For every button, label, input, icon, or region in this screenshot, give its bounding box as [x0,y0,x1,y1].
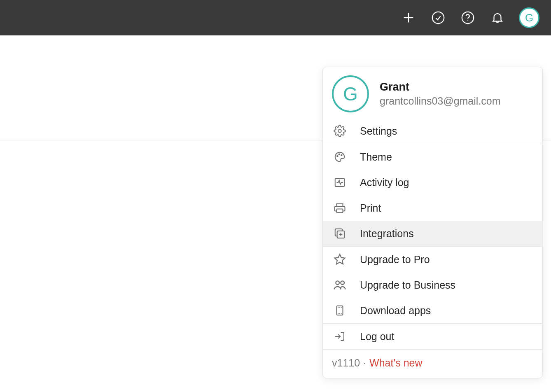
integrations-icon [333,226,347,240]
svg-point-7 [339,154,340,155]
bell-icon [490,11,504,25]
menu-item-theme[interactable]: Theme [323,144,542,170]
account-avatar-button[interactable]: G [519,7,539,28]
menu-label: Log out [360,331,394,343]
activity-icon [333,175,347,189]
menu-label: Upgrade to Business [360,279,455,291]
content-area: G Grant grantcollins03@gmail.com Setting… [0,35,551,392]
svg-marker-14 [335,254,345,264]
menu-item-upgrade-pro[interactable]: Upgrade to Pro [323,247,542,272]
menu-item-logout[interactable]: Log out [323,324,542,349]
device-icon [333,303,347,317]
menu-label: Settings [360,125,397,137]
add-task-button[interactable] [400,9,417,26]
menu-item-download-apps[interactable]: Download apps [323,298,542,323]
plus-icon [402,11,416,25]
avatar-initial: G [525,12,533,24]
star-icon [333,252,347,266]
whats-new-link[interactable]: What's new [369,357,422,369]
palette-icon [333,150,347,164]
menu-label: Integrations [360,228,414,240]
menu-label: Theme [360,151,392,163]
version-text: v1110 [332,357,360,369]
account-dropdown: G Grant grantcollins03@gmail.com Setting… [322,67,543,378]
menu-item-integrations[interactable]: Integrations [323,221,542,246]
dropdown-header: G Grant grantcollins03@gmail.com [323,67,542,118]
svg-point-16 [341,281,344,285]
menu-label: Print [360,202,381,214]
avatar-large-initial: G [343,83,358,105]
productivity-button[interactable] [430,9,446,26]
topbar: G [0,0,551,35]
svg-point-8 [341,154,342,156]
user-email: grantcollins03@gmail.com [380,95,501,107]
menu-item-settings[interactable]: Settings [323,118,542,144]
checkmark-circle-icon [431,11,445,25]
menu-item-print[interactable]: Print [323,195,542,221]
svg-point-15 [336,281,339,285]
menu-item-upgrade-business[interactable]: Upgrade to Business [323,272,542,298]
separator: · [363,357,366,369]
logout-icon [333,329,347,343]
menu-item-activity-log[interactable]: Activity log [323,170,542,195]
people-icon [333,278,347,292]
avatar-large: G [332,75,369,112]
printer-icon [333,201,347,215]
svg-point-2 [432,12,444,23]
gear-icon [333,124,347,138]
notifications-button[interactable] [489,9,506,26]
svg-point-4 [467,20,468,21]
dropdown-footer: v1110 · What's new [323,350,542,378]
menu-label: Download apps [360,305,431,317]
user-info: Grant grantcollins03@gmail.com [380,81,501,107]
svg-rect-10 [337,209,343,213]
svg-point-6 [337,156,338,157]
menu-label: Activity log [360,177,409,189]
user-name: Grant [380,81,501,93]
menu-label: Upgrade to Pro [360,254,430,266]
help-button[interactable] [460,9,476,26]
help-icon [461,11,475,25]
